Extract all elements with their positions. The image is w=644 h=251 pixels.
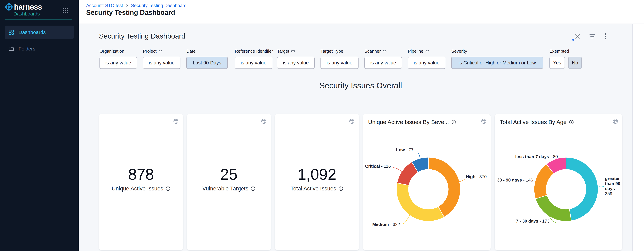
folder-icon [8, 46, 14, 52]
donut-segment-7-30-days[interactable] [536, 195, 572, 221]
filter-label: Severity [451, 49, 543, 54]
filter-project: Projectis any value [143, 49, 180, 69]
linked-filter-icon [291, 49, 295, 53]
globe-icon[interactable] [173, 118, 179, 124]
filter-label: Target [277, 49, 314, 54]
segment-label: High - 370 [466, 174, 486, 179]
filter-value[interactable]: is any value [235, 57, 272, 69]
app-switcher-icon[interactable] [62, 7, 68, 13]
stat-card-total-active-issues: 1,092Total Active Issues [275, 114, 359, 250]
filter-organization: Organizationis any value [100, 49, 137, 69]
filter-label: Pipeline [408, 49, 446, 54]
segment-label: Critical - 116 [365, 164, 391, 169]
stat-value: 878 [99, 166, 183, 183]
filter-reference-identifier: Reference Identifieris any value [235, 49, 273, 69]
callout-line [417, 151, 420, 158]
app-root: harness Dashboards Dashboards Fold [0, 0, 644, 251]
info-icon[interactable] [338, 186, 344, 191]
close-icon[interactable] [575, 33, 580, 39]
linked-filter-icon [425, 49, 430, 53]
filter-label: Organization [100, 49, 137, 54]
info-icon[interactable] [250, 186, 256, 191]
callout-line [393, 168, 402, 172]
segment-label: less than 7 days - 80 [515, 154, 558, 159]
filter-value[interactable]: is any value [364, 57, 402, 69]
kebab-menu-icon[interactable] [604, 33, 606, 39]
breadcrumb-dashboard[interactable]: Security Testing Dashboard [131, 3, 187, 8]
filter-label: Target Type [320, 49, 358, 54]
donut-segment-high[interactable] [428, 157, 460, 217]
section-title: Security Issues Overall [99, 81, 622, 90]
filter-label: Scanner [364, 49, 402, 54]
filter-label: Exempted [550, 49, 582, 54]
filter-label: Project [143, 49, 180, 54]
sidebar-item-label: Dashboards [18, 29, 46, 35]
filter-icon[interactable] [589, 34, 595, 39]
callout-line [599, 186, 604, 187]
filter-value[interactable]: is any value [408, 57, 446, 69]
chart-card-0: Unique Active Issues By Seve...High - 37… [363, 114, 491, 250]
linked-filter-icon [382, 49, 387, 53]
segment-label: 30 - 90 days - 146 [497, 177, 533, 183]
dashboards-icon [8, 29, 14, 35]
exempted-option-no[interactable]: No [568, 57, 582, 69]
filter-exempted: ExemptedYesNo [550, 49, 582, 69]
filter-value[interactable]: is any value [320, 57, 358, 69]
segment-label: greater than 90 days - 359 [605, 176, 622, 196]
segment-label: Medium - 322 [372, 222, 400, 227]
filter-value[interactable]: is Critical or High or Medium or Low [451, 57, 543, 69]
exempted-toggle: YesNo [550, 57, 582, 69]
stat-card-unique-active-issues: 878Unique Active Issues [99, 114, 183, 250]
globe-icon[interactable] [349, 118, 355, 124]
chart-card-1: Total Active Issues By Agegreater than 9… [495, 114, 622, 250]
logo-wordmark: harness [14, 2, 42, 11]
module-label: Dashboards [14, 11, 40, 17]
filter-target: Targetis any value [277, 49, 314, 69]
segment-label: Low - 77 [396, 147, 414, 152]
segment-label: 7 - 30 days - 173 [516, 218, 550, 224]
dashboard-panel: Security Testing Dashboard Organizationi… [78, 24, 632, 251]
globe-icon[interactable] [261, 118, 266, 124]
harness-logo[interactable]: harness [4, 2, 42, 11]
stat-label: Total Active Issues [275, 185, 359, 192]
sidebar-item-dashboards[interactable]: Dashboards [5, 25, 74, 39]
sidebar: harness Dashboards Dashboards Fold [0, 0, 78, 251]
donut-chart [363, 114, 491, 250]
donut-segment-medium[interactable] [396, 183, 444, 221]
info-icon[interactable] [166, 186, 170, 191]
stat-label: Vulnerable Targets [187, 185, 271, 192]
sidebar-divider [4, 19, 72, 20]
breadcrumb-account[interactable]: Account: STO test [86, 3, 123, 8]
stat-card-vulnerable-targets: 25Vulnerable Targets [187, 114, 271, 250]
top-header: Account: STO test Security Testing Dashb… [78, 0, 644, 24]
filter-value[interactable]: is any value [143, 57, 180, 69]
filter-label: Reference Identifier [235, 49, 273, 54]
stat-value: 25 [187, 166, 271, 183]
donut-segment-greater-than-90-days[interactable] [566, 157, 598, 221]
harness-logo-icon [4, 2, 13, 11]
breadcrumb: Account: STO test Security Testing Dashb… [86, 3, 186, 8]
filter-value[interactable]: is any value [277, 57, 314, 69]
callout-line [459, 179, 465, 182]
stat-label: Unique Active Issues [99, 185, 183, 192]
sidebar-item-folders[interactable]: Folders [5, 42, 74, 55]
filter-scanner: Scanneris any value [364, 49, 402, 69]
filter-pipeline: Pipelineis any value [408, 49, 446, 69]
callout-line [403, 215, 410, 224]
dashboard-title: Security Testing Dashboard [99, 32, 185, 40]
sidebar-item-label: Folders [18, 46, 35, 52]
notification-dot [572, 39, 574, 41]
filter-value[interactable]: Last 90 Days [186, 57, 228, 69]
filter-severity: Severityis Critical or High or Medium or… [451, 49, 543, 69]
filter-value[interactable]: is any value [100, 57, 137, 69]
filter-label: Date [186, 49, 228, 54]
linked-filter-icon [158, 49, 162, 53]
page-title: Security Testing Dashboard [86, 9, 175, 16]
chevron-right-icon [126, 4, 129, 7]
stat-value: 1,092 [275, 166, 359, 183]
filter-target-type: Target Typeis any value [320, 49, 358, 69]
exempted-option-yes[interactable]: Yes [550, 57, 565, 69]
filter-date: DateLast 90 Days [186, 49, 228, 69]
